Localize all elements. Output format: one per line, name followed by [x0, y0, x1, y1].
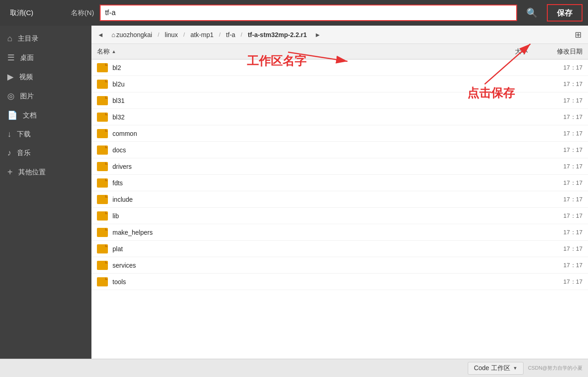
sidebar-item-other[interactable]: + 其他位置	[0, 162, 91, 182]
table-row[interactable]: bl31 17：17	[91, 92, 588, 109]
file-browser: ◄ ⌂ zuozhongkai / linux / atk-mp1 / tf-a…	[91, 26, 588, 359]
table-row[interactable]: lib 17：17	[91, 208, 588, 224]
breadcrumb-back-button[interactable]: ◄	[95, 30, 106, 39]
search-button[interactable]: 🔍	[523, 5, 541, 20]
sidebar-item-pictures[interactable]: ◎ 图片	[0, 86, 91, 106]
workspace-label: Code 工作区	[474, 364, 510, 372]
table-row[interactable]: common 17：17	[91, 125, 588, 142]
breadcrumb-tfa-stm32[interactable]: tf-a-stm32mp-2.2.r1	[244, 30, 310, 39]
breadcrumb-linux[interactable]: linux	[161, 30, 182, 39]
column-headers: 名称 ▲ 大小 修改日期	[91, 44, 588, 59]
sidebar-item-downloads[interactable]: ↓ 下载	[0, 125, 91, 144]
table-row[interactable]: drivers 17：17	[91, 158, 588, 175]
sidebar-label-video: 视频	[19, 73, 33, 81]
sidebar-item-desktop[interactable]: ☰ 桌面	[0, 48, 91, 67]
file-modified-label: 17：17	[528, 261, 583, 269]
sidebar-label-pictures: 图片	[20, 92, 34, 101]
column-size-header[interactable]: 大小	[491, 48, 528, 56]
sidebar-item-music[interactable]: ♪ 音乐	[0, 144, 91, 162]
file-modified-label: 17：17	[528, 80, 583, 88]
sidebar: ⌂ 主目录 ☰ 桌面 ▶ 视频 ◎ 图片 📄 文档 ↓ 下载 ♪ 音乐 + 其	[0, 26, 91, 359]
sidebar-item-home[interactable]: ⌂ 主目录	[0, 29, 91, 48]
home-breadcrumb-icon: ⌂	[112, 31, 115, 38]
file-name-label: tools	[112, 278, 491, 285]
file-modified-label: 17：17	[528, 146, 583, 154]
column-modified-header[interactable]: 修改日期	[528, 48, 583, 56]
breadcrumb-more-button[interactable]: ►	[312, 30, 323, 39]
sidebar-item-documents[interactable]: 📄 文档	[0, 106, 91, 125]
file-name-label: bl2u	[112, 81, 491, 88]
folder-icon	[97, 178, 108, 188]
column-name-label: 名称	[97, 48, 110, 56]
breadcrumb-home-label: zuozhongkai	[116, 31, 152, 38]
file-modified-label: 17：17	[528, 129, 583, 138]
sidebar-label-music: 音乐	[17, 149, 31, 157]
folder-icon	[97, 277, 108, 286]
download-icon: ↓	[7, 129, 11, 139]
file-name-label: docs	[112, 146, 491, 154]
table-row[interactable]: fdts 17：17	[91, 175, 588, 191]
file-list: bl2 17：17 bl2u 17：17 bl31 17：17 bl32 17：…	[91, 59, 588, 359]
table-row[interactable]: make_helpers 17：17	[91, 224, 588, 241]
file-modified-label: 17：17	[528, 113, 583, 121]
breadcrumb-tfa-label: tf-a	[226, 31, 235, 38]
file-name-label: include	[112, 196, 491, 203]
file-name-label: services	[112, 262, 491, 269]
new-folder-button[interactable]: ⊞	[572, 29, 584, 41]
csdn-watermark: CSDN@努力自学的小夏	[528, 365, 583, 372]
table-row[interactable]: bl2u 17：17	[91, 76, 588, 92]
file-name-label: lib	[112, 212, 491, 220]
table-row[interactable]: tools 17：17	[91, 274, 588, 290]
cancel-button[interactable]: 取消(C)	[5, 6, 38, 20]
table-row[interactable]: bl32 17：17	[91, 109, 588, 125]
file-name-label: drivers	[112, 163, 491, 170]
camera-icon: ◎	[7, 91, 15, 101]
folder-icon	[97, 80, 108, 89]
workspace-button[interactable]: Code 工作区 ▼	[468, 362, 523, 375]
file-modified-label: 17：17	[528, 64, 583, 72]
file-name-label: make_helpers	[112, 229, 491, 236]
breadcrumb-tfa[interactable]: tf-a	[222, 30, 239, 39]
save-button[interactable]: 保存	[547, 4, 583, 22]
folder-icon	[97, 129, 108, 138]
top-bar: 取消(C) 名称(N) 🔍 保存	[0, 0, 588, 26]
sidebar-label-downloads: 下载	[17, 130, 31, 139]
table-row[interactable]: docs 17：17	[91, 142, 588, 158]
file-modified-label: 17：17	[528, 162, 583, 171]
breadcrumb-sep-1: /	[158, 32, 159, 38]
folder-icon	[97, 162, 108, 171]
breadcrumb-home[interactable]: ⌂ zuozhongkai	[108, 30, 156, 39]
breadcrumb-atk[interactable]: atk-mp1	[187, 30, 217, 39]
breadcrumb-sep-2: /	[183, 32, 185, 38]
table-row[interactable]: include 17：17	[91, 191, 588, 208]
column-size-label: 大小	[515, 48, 528, 55]
sidebar-label-documents: 文档	[23, 111, 37, 120]
sidebar-item-video[interactable]: ▶ 视频	[0, 67, 91, 86]
file-name-label: bl32	[112, 113, 491, 121]
sidebar-label-desktop: 桌面	[20, 54, 34, 62]
table-row[interactable]: bl2 17：17	[91, 59, 588, 76]
sidebar-label-home: 主目录	[18, 34, 38, 43]
sidebar-label-other: 其他位置	[18, 168, 46, 177]
desktop-icon: ☰	[7, 53, 15, 63]
table-row[interactable]: plat 17：17	[91, 241, 588, 257]
folder-icon	[97, 211, 108, 221]
file-name-label: plat	[112, 245, 491, 253]
file-name-label: fdts	[112, 179, 491, 187]
file-modified-label: 17：17	[528, 195, 583, 204]
file-name-label: bl2	[112, 64, 491, 71]
breadcrumb-tfa-stm32-label: tf-a-stm32mp-2.2.r1	[248, 31, 307, 38]
file-modified-label: 17：17	[528, 212, 583, 220]
breadcrumb-sep-3: /	[219, 32, 220, 38]
table-row[interactable]: services 17：17	[91, 257, 588, 274]
filename-input[interactable]	[100, 5, 517, 21]
file-name-label: bl31	[112, 97, 491, 104]
breadcrumb-sep-4: /	[241, 32, 242, 38]
folder-icon	[97, 145, 108, 155]
name-label: 名称(N)	[71, 9, 94, 17]
document-icon: 📄	[7, 110, 17, 120]
folder-icon	[97, 195, 108, 204]
folder-icon	[97, 96, 108, 105]
column-name-header[interactable]: 名称 ▲	[97, 48, 491, 56]
column-modified-label: 修改日期	[557, 48, 583, 55]
